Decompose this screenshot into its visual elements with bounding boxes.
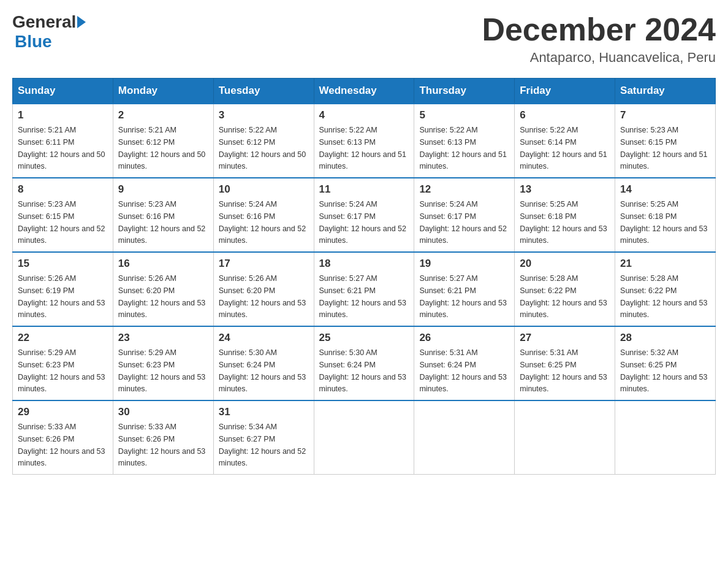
empty-cell [414,400,515,475]
day-info: Sunrise: 5:24 AMSunset: 6:17 PMDaylight:… [319,200,406,245]
day-info: Sunrise: 5:27 AMSunset: 6:21 PMDaylight:… [419,274,506,319]
calendar-day-cell: 26 Sunrise: 5:31 AMSunset: 6:24 PMDaylig… [414,326,515,400]
calendar-day-cell: 8 Sunrise: 5:23 AMSunset: 6:15 PMDayligh… [13,178,113,252]
day-number: 1 [18,109,108,121]
calendar-week-row: 1 Sunrise: 5:21 AMSunset: 6:11 PMDayligh… [13,104,716,178]
day-info: Sunrise: 5:23 AMSunset: 6:15 PMDaylight:… [620,126,707,170]
calendar-day-cell: 18 Sunrise: 5:27 AMSunset: 6:21 PMDaylig… [314,252,414,326]
day-number: 16 [118,258,208,270]
day-number: 25 [319,332,409,344]
day-info: Sunrise: 5:26 AMSunset: 6:19 PMDaylight:… [18,274,105,319]
calendar-day-cell: 25 Sunrise: 5:30 AMSunset: 6:24 PMDaylig… [314,326,414,400]
day-number: 11 [319,183,409,196]
day-number: 24 [219,332,309,344]
day-info: Sunrise: 5:26 AMSunset: 6:20 PMDaylight:… [118,274,205,319]
day-number: 5 [419,109,509,121]
day-info: Sunrise: 5:23 AMSunset: 6:16 PMDaylight:… [118,200,205,245]
calendar-day-cell: 11 Sunrise: 5:24 AMSunset: 6:17 PMDaylig… [314,178,414,252]
day-info: Sunrise: 5:22 AMSunset: 6:13 PMDaylight:… [319,126,406,170]
day-info: Sunrise: 5:25 AMSunset: 6:18 PMDaylight:… [520,200,607,245]
logo-arrow-icon [77,16,86,28]
calendar-day-cell: 14 Sunrise: 5:25 AMSunset: 6:18 PMDaylig… [615,178,716,252]
calendar-day-cell: 22 Sunrise: 5:29 AMSunset: 6:23 PMDaylig… [13,326,113,400]
calendar-day-cell: 5 Sunrise: 5:22 AMSunset: 6:13 PMDayligh… [414,104,515,178]
day-info: Sunrise: 5:31 AMSunset: 6:25 PMDaylight:… [520,348,607,393]
calendar-day-cell: 16 Sunrise: 5:26 AMSunset: 6:20 PMDaylig… [113,252,213,326]
day-info: Sunrise: 5:24 AMSunset: 6:16 PMDaylight:… [219,200,306,245]
day-number: 27 [520,332,610,344]
day-number: 21 [620,258,710,270]
logo-general-text: General [12,12,76,32]
location-title: Antaparco, Huancavelica, Peru [482,50,716,66]
calendar-day-cell: 12 Sunrise: 5:24 AMSunset: 6:17 PMDaylig… [414,178,515,252]
day-number: 22 [18,332,108,344]
calendar-day-cell: 1 Sunrise: 5:21 AMSunset: 6:11 PMDayligh… [13,104,113,178]
day-number: 30 [118,406,208,418]
day-info: Sunrise: 5:21 AMSunset: 6:12 PMDaylight:… [118,126,205,170]
day-number: 23 [118,332,208,344]
day-number: 6 [520,109,610,121]
calendar-day-cell: 6 Sunrise: 5:22 AMSunset: 6:14 PMDayligh… [515,104,615,178]
calendar-day-cell: 19 Sunrise: 5:27 AMSunset: 6:21 PMDaylig… [414,252,515,326]
day-info: Sunrise: 5:33 AMSunset: 6:26 PMDaylight:… [18,423,105,467]
day-info: Sunrise: 5:30 AMSunset: 6:24 PMDaylight:… [219,348,306,393]
day-info: Sunrise: 5:22 AMSunset: 6:13 PMDaylight:… [419,126,506,170]
weekday-header-tuesday: Tuesday [213,79,314,104]
calendar-day-cell: 3 Sunrise: 5:22 AMSunset: 6:12 PMDayligh… [213,104,314,178]
day-info: Sunrise: 5:31 AMSunset: 6:24 PMDaylight:… [419,348,506,393]
day-info: Sunrise: 5:22 AMSunset: 6:14 PMDaylight:… [520,126,607,170]
day-number: 28 [620,332,710,344]
day-number: 8 [18,183,108,196]
calendar-day-cell: 13 Sunrise: 5:25 AMSunset: 6:18 PMDaylig… [515,178,615,252]
page-header: General Blue December 2024 Antaparco, Hu… [12,12,716,66]
empty-cell [515,400,615,475]
day-number: 17 [219,258,309,270]
calendar-day-cell: 4 Sunrise: 5:22 AMSunset: 6:13 PMDayligh… [314,104,414,178]
day-info: Sunrise: 5:30 AMSunset: 6:24 PMDaylight:… [319,348,406,393]
day-info: Sunrise: 5:29 AMSunset: 6:23 PMDaylight:… [18,348,105,393]
empty-cell [615,400,716,475]
calendar-day-cell: 20 Sunrise: 5:28 AMSunset: 6:22 PMDaylig… [515,252,615,326]
day-number: 31 [219,406,309,418]
day-info: Sunrise: 5:27 AMSunset: 6:21 PMDaylight:… [319,274,406,319]
day-info: Sunrise: 5:25 AMSunset: 6:18 PMDaylight:… [620,200,707,245]
calendar-week-row: 8 Sunrise: 5:23 AMSunset: 6:15 PMDayligh… [13,178,716,252]
calendar-day-cell: 7 Sunrise: 5:23 AMSunset: 6:15 PMDayligh… [615,104,716,178]
calendar-header-row: SundayMondayTuesdayWednesdayThursdayFrid… [13,79,716,104]
calendar-day-cell: 24 Sunrise: 5:30 AMSunset: 6:24 PMDaylig… [213,326,314,400]
day-number: 19 [419,258,509,270]
weekday-header-friday: Friday [515,79,615,104]
day-number: 2 [118,109,208,121]
day-info: Sunrise: 5:33 AMSunset: 6:26 PMDaylight:… [118,423,205,467]
weekday-header-thursday: Thursday [414,79,515,104]
day-number: 7 [620,109,710,121]
day-number: 3 [219,109,309,121]
day-number: 29 [18,406,108,418]
calendar-day-cell: 28 Sunrise: 5:32 AMSunset: 6:25 PMDaylig… [615,326,716,400]
day-number: 9 [118,183,208,196]
calendar-week-row: 22 Sunrise: 5:29 AMSunset: 6:23 PMDaylig… [13,326,716,400]
logo: General Blue [12,12,87,52]
title-area: December 2024 Antaparco, Huancavelica, P… [482,12,716,66]
day-info: Sunrise: 5:32 AMSunset: 6:25 PMDaylight:… [620,348,707,393]
calendar-day-cell: 10 Sunrise: 5:24 AMSunset: 6:16 PMDaylig… [213,178,314,252]
day-info: Sunrise: 5:29 AMSunset: 6:23 PMDaylight:… [118,348,205,393]
day-info: Sunrise: 5:22 AMSunset: 6:12 PMDaylight:… [219,126,306,170]
calendar-day-cell: 9 Sunrise: 5:23 AMSunset: 6:16 PMDayligh… [113,178,213,252]
calendar-day-cell: 15 Sunrise: 5:26 AMSunset: 6:19 PMDaylig… [13,252,113,326]
empty-cell [314,400,414,475]
day-info: Sunrise: 5:28 AMSunset: 6:22 PMDaylight:… [620,274,707,319]
day-number: 26 [419,332,509,344]
calendar-day-cell: 21 Sunrise: 5:28 AMSunset: 6:22 PMDaylig… [615,252,716,326]
day-info: Sunrise: 5:28 AMSunset: 6:22 PMDaylight:… [520,274,607,319]
day-info: Sunrise: 5:24 AMSunset: 6:17 PMDaylight:… [419,200,506,245]
day-number: 20 [520,258,610,270]
day-info: Sunrise: 5:23 AMSunset: 6:15 PMDaylight:… [18,200,105,245]
calendar-day-cell: 29 Sunrise: 5:33 AMSunset: 6:26 PMDaylig… [13,400,113,475]
day-number: 18 [319,258,409,270]
day-info: Sunrise: 5:26 AMSunset: 6:20 PMDaylight:… [219,274,306,319]
weekday-header-saturday: Saturday [615,79,716,104]
calendar-week-row: 15 Sunrise: 5:26 AMSunset: 6:19 PMDaylig… [13,252,716,326]
weekday-header-wednesday: Wednesday [314,79,414,104]
day-number: 15 [18,258,108,270]
